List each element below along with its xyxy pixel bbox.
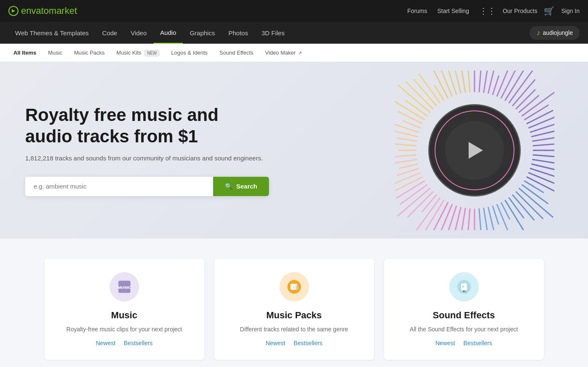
effects-newest-link[interactable]: Newest xyxy=(435,340,455,346)
music-card-icon: MUSIC xyxy=(117,279,132,294)
hero-title: Royalty free music and audio tracks from… xyxy=(25,105,269,147)
packs-card-desc: Different tracks related to the same gen… xyxy=(224,325,364,334)
nav-web-themes[interactable]: Web Themes & Templates xyxy=(8,23,95,43)
subnav-music[interactable]: Music xyxy=(43,45,67,61)
effects-icon-wrap: ◄) xyxy=(449,272,479,301)
hero-subtitle: 1,812,218 tracks and sounds from our com… xyxy=(25,154,269,163)
vinyl-container xyxy=(395,71,554,230)
music-icon-wrap: MUSIC xyxy=(110,272,139,301)
subnav-all-items[interactable]: All Items xyxy=(8,45,41,61)
packs-icon-wrap: ♫ xyxy=(279,272,309,301)
subnav-music-packs[interactable]: Music Packs xyxy=(69,45,110,61)
svg-line-14 xyxy=(525,105,548,120)
search-box: 🔍 Search xyxy=(25,177,269,196)
audiojungle-badge[interactable]: ♪ audiojungle xyxy=(530,26,580,40)
cart-icon[interactable]: 🛒 xyxy=(544,6,554,16)
search-button[interactable]: 🔍 Search xyxy=(213,177,269,196)
forums-link[interactable]: Forums xyxy=(407,8,427,14)
external-link-icon: ↗ xyxy=(298,50,302,55)
svg-text:♫: ♫ xyxy=(292,284,295,289)
nav-audio[interactable]: Audio xyxy=(153,22,183,44)
svg-line-8 xyxy=(505,71,526,100)
svg-line-19 xyxy=(533,137,554,141)
svg-line-64 xyxy=(395,128,417,137)
new-badge: NEW xyxy=(145,50,159,56)
top-nav-links: Forums Start Selling ⋮⋮ Our Products 🛒 S… xyxy=(407,6,580,16)
nav-code[interactable]: Code xyxy=(95,23,124,43)
svg-line-80 xyxy=(468,71,470,92)
hero-section: Royalty free music and audio tracks from… xyxy=(0,62,588,239)
top-nav: envatomarket Forums Start Selling ⋮⋮ Our… xyxy=(0,0,588,22)
main-nav: Web Themes & Templates Code Video Audio … xyxy=(0,22,588,44)
subnav-logos[interactable]: Logos & Idents xyxy=(166,45,213,61)
music-newest-link[interactable]: Newest xyxy=(96,340,116,346)
search-btn-label: Search xyxy=(236,183,257,190)
grid-icon[interactable]: ⋮⋮ xyxy=(479,6,496,16)
svg-line-18 xyxy=(532,131,554,137)
subnav-video-maker[interactable]: Video Maker ↗ xyxy=(260,45,307,61)
packs-bestsellers-link[interactable]: Bestsellers xyxy=(294,340,322,346)
packs-card-title: Music Packs xyxy=(224,310,364,321)
svg-line-42 xyxy=(468,209,470,230)
effects-card-icon: ◄) xyxy=(456,279,472,294)
svg-line-28 xyxy=(525,181,543,192)
svg-line-75 xyxy=(427,71,448,98)
svg-line-24 xyxy=(532,164,554,173)
hero-content: Royalty free music and audio tracks from… xyxy=(25,105,269,196)
music-bestsellers-link[interactable]: Bestsellers xyxy=(124,340,153,346)
start-selling-link[interactable]: Start Selling xyxy=(437,8,469,14)
svg-line-40 xyxy=(479,209,481,230)
subnav-music-kits[interactable]: Music Kits NEW xyxy=(111,45,164,61)
music-packs-card: ♫ Music Packs Different tracks related t… xyxy=(214,259,374,360)
svg-rect-88 xyxy=(296,285,297,290)
sign-in-link[interactable]: Sign In xyxy=(561,8,580,14)
effects-card-links: Newest Bestsellers xyxy=(394,340,534,346)
music-card-desc: Royalty-free music clips for your next p… xyxy=(55,325,194,334)
svg-line-11 xyxy=(516,90,535,109)
nav-graphics[interactable]: Graphics xyxy=(183,23,221,43)
music-card: MUSIC Music Royalty-free music clips for… xyxy=(45,259,204,360)
svg-line-33 xyxy=(509,198,524,218)
search-icon: 🔍 xyxy=(225,183,233,190)
svg-line-34 xyxy=(505,200,528,230)
logo[interactable]: envatomarket xyxy=(8,5,77,16)
cards-section: MUSIC Music Royalty-free music clips for… xyxy=(0,239,588,367)
search-input[interactable] xyxy=(25,177,213,196)
svg-line-62 xyxy=(395,143,416,146)
svg-line-59 xyxy=(395,160,417,165)
svg-line-15 xyxy=(527,110,553,123)
svg-line-20 xyxy=(533,143,554,146)
svg-line-58 xyxy=(400,164,417,168)
disc-ring xyxy=(435,110,514,190)
nav-video[interactable]: Video xyxy=(124,23,153,43)
svg-text:◄): ◄) xyxy=(461,289,466,293)
effects-card-desc: All the Sound Effects for your next proj… xyxy=(394,325,534,334)
nav-3d-files[interactable]: 3D Files xyxy=(255,23,291,43)
audiojungle-icon: ♪ xyxy=(536,29,540,37)
effects-bestsellers-link[interactable]: Bestsellers xyxy=(464,340,492,346)
svg-line-6 xyxy=(497,71,508,96)
svg-line-3 xyxy=(484,71,488,92)
svg-line-55 xyxy=(396,177,422,191)
svg-line-69 xyxy=(406,100,427,115)
effects-card-title: Sound Effects xyxy=(394,310,534,321)
subnav-sound-effects[interactable]: Sound Effects xyxy=(214,45,258,61)
svg-line-17 xyxy=(530,123,554,132)
music-card-links: Newest Bestsellers xyxy=(55,340,194,346)
packs-newest-link[interactable]: Newest xyxy=(266,340,285,346)
hero-visual xyxy=(395,71,554,230)
svg-line-37 xyxy=(493,206,498,224)
play-button[interactable] xyxy=(469,142,483,159)
svg-line-60 xyxy=(396,155,416,157)
audiojungle-label: audiojungle xyxy=(543,29,573,36)
svg-line-22 xyxy=(533,155,554,157)
our-products-label[interactable]: Our Products xyxy=(503,8,537,14)
svg-rect-89 xyxy=(298,286,298,290)
svg-line-63 xyxy=(398,138,417,141)
svg-line-68 xyxy=(395,97,425,120)
nav-photos[interactable]: Photos xyxy=(221,23,255,43)
disc-outer xyxy=(428,104,521,197)
music-card-title: Music xyxy=(55,310,194,321)
disc-inner xyxy=(445,121,504,180)
top-nav-right: ⋮⋮ Our Products 🛒 Sign In xyxy=(479,6,580,16)
